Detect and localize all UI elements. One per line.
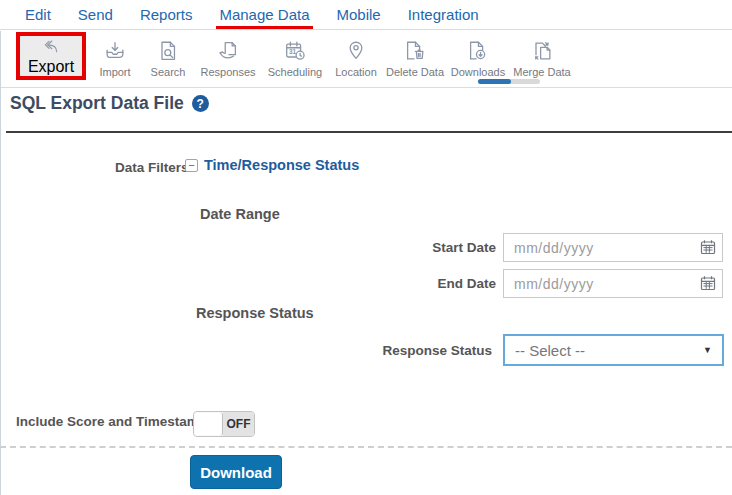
end-date-label: End Date — [380, 276, 496, 291]
toolbar-item-scheduling[interactable]: 31 Scheduling — [264, 31, 326, 78]
toggle-state-label: OFF — [223, 412, 254, 436]
import-icon — [103, 39, 127, 63]
toolbar-item-export[interactable]: Export — [16, 32, 86, 80]
toolbar-item-location[interactable]: Location — [332, 31, 380, 78]
end-date-input[interactable] — [503, 269, 723, 298]
toolbar-item-responses[interactable]: Responses — [198, 31, 258, 78]
download-button[interactable]: Download — [190, 455, 282, 489]
scheduling-icon: 31 — [283, 39, 307, 63]
nav-item-reports[interactable]: Reports — [140, 6, 193, 23]
toggle-knob — [194, 412, 223, 436]
toolbar-scrollbar[interactable] — [478, 79, 540, 84]
location-icon — [344, 39, 368, 63]
nav-item-mobile[interactable]: Mobile — [337, 6, 381, 23]
dropdown-arrow-icon: ▼ — [703, 345, 712, 355]
score-timestamp-label: Include Score and Timestamp — [16, 414, 207, 429]
toolbar-item-search-label: Search — [151, 66, 186, 78]
response-status-label: Response Status — [356, 343, 492, 358]
calendar-icon[interactable] — [700, 239, 716, 255]
nav-item-manage-data[interactable]: Manage Data — [219, 6, 309, 23]
toolbar-item-delete-data-label: Delete Data — [386, 66, 444, 78]
responses-icon — [216, 39, 240, 63]
toolbar-item-responses-label: Responses — [200, 66, 255, 78]
start-date-input[interactable] — [503, 233, 723, 262]
data-filters-label: Data Filters — [115, 160, 189, 175]
toolbar-item-downloads-label: Downloads — [451, 66, 505, 78]
nav-item-manage-data-label: Manage Data — [219, 6, 309, 23]
toolbar-item-delete-data[interactable]: Delete Data — [386, 31, 444, 78]
nav-item-integration[interactable]: Integration — [408, 6, 479, 23]
help-icon[interactable]: ? — [192, 95, 209, 112]
svg-text:31: 31 — [289, 48, 297, 55]
sql-export-page: Edit Send Reports Manage Data Mobile Int… — [0, 0, 732, 495]
nav-item-edit[interactable]: Edit — [25, 6, 51, 23]
delete-data-icon — [403, 39, 427, 63]
title-divider — [6, 131, 732, 133]
merge-data-icon — [530, 39, 554, 63]
filter-group-label: Time/Response Status — [204, 157, 359, 173]
filter-group-toggle[interactable]: − Time/Response Status — [185, 157, 359, 173]
toolbar-item-scheduling-label: Scheduling — [268, 66, 322, 78]
end-date-field-wrap — [503, 269, 723, 298]
toolbar-item-import[interactable]: Import — [92, 31, 138, 78]
toolbar-item-downloads[interactable]: Downloads — [450, 31, 506, 78]
page-title: SQL Export Data File — [10, 93, 184, 114]
collapse-icon[interactable]: − — [185, 159, 198, 172]
toolbar-item-export-label: Export — [28, 58, 74, 76]
toolbar-item-location-label: Location — [335, 66, 377, 78]
score-timestamp-toggle[interactable]: OFF — [193, 411, 255, 437]
calendar-icon[interactable] — [700, 275, 716, 291]
response-status-select[interactable]: -- Select -- ▼ — [503, 334, 724, 366]
top-nav: Edit Send Reports Manage Data Mobile Int… — [0, 0, 732, 30]
export-icon — [39, 36, 63, 57]
toolbar-item-merge-data-label: Merge Data — [513, 66, 570, 78]
manage-data-toolbar: Export Import Search — [0, 31, 732, 88]
start-date-field-wrap — [503, 233, 723, 262]
toolbar-item-import-label: Import — [99, 66, 130, 78]
title-row: SQL Export Data File ? — [10, 93, 209, 114]
annotation-underline — [216, 26, 312, 29]
toolbar-scrollbar-thumb[interactable] — [478, 79, 511, 84]
response-status-heading: Response Status — [196, 305, 314, 321]
start-date-label: Start Date — [380, 240, 496, 255]
toolbar-item-merge-data[interactable]: Merge Data — [512, 31, 572, 78]
panel-left-border — [0, 31, 1, 495]
nav-item-send[interactable]: Send — [78, 6, 113, 23]
response-status-selected-value: -- Select -- — [515, 342, 703, 359]
search-icon — [156, 39, 180, 63]
footer-divider — [0, 446, 732, 448]
toolbar-item-search[interactable]: Search — [144, 31, 192, 78]
date-range-heading: Date Range — [200, 206, 280, 222]
downloads-icon — [466, 39, 490, 63]
